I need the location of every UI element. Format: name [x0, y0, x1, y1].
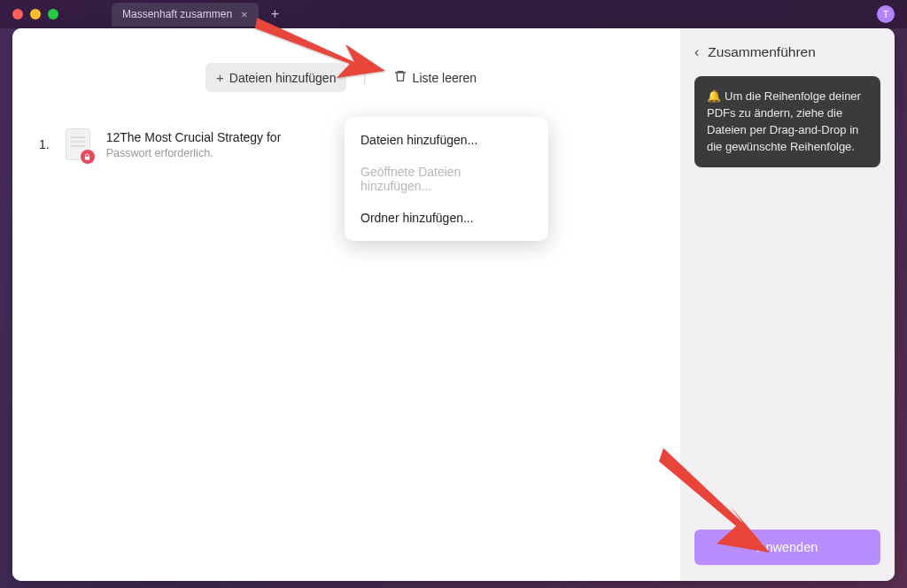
- main-area: + Dateien hinzufügen | Liste leeren Date…: [12, 28, 680, 581]
- add-files-label: Dateien hinzufügen: [229, 71, 337, 85]
- file-index: 1.: [39, 137, 50, 151]
- avatar[interactable]: T: [877, 5, 895, 23]
- plus-icon: +: [216, 70, 224, 85]
- maximize-window-button[interactable]: [48, 9, 58, 19]
- avatar-letter: T: [883, 9, 889, 19]
- clear-list-button[interactable]: Liste leeren: [383, 62, 487, 93]
- titlebar: Massenhaft zusammen × + T: [0, 0, 907, 28]
- bell-icon: 🔔: [707, 89, 721, 103]
- tab-title: Massenhaft zusammen: [122, 8, 232, 20]
- clear-list-label: Liste leeren: [413, 71, 477, 85]
- trash-icon: [393, 69, 407, 86]
- dropdown-add-open-files: Geöffnete Dateien hinzufügen...: [345, 156, 548, 202]
- dropdown-add-files[interactable]: Dateien hinzufügen...: [345, 124, 548, 156]
- apply-label: Anwenden: [757, 540, 818, 554]
- dropdown-add-folder[interactable]: Ordner hinzufügen...: [345, 202, 548, 234]
- tip-box: 🔔Um die Reihenfolge deiner PDFs zu änder…: [694, 76, 880, 167]
- close-window-button[interactable]: [12, 9, 23, 19]
- tip-text: Um die Reihenfolge deiner PDFs zu ändern…: [707, 89, 861, 153]
- file-icon: [66, 128, 90, 160]
- side-panel: ‹ Zusammenführen 🔔Um die Reihenfolge dei…: [680, 28, 895, 581]
- add-files-dropdown: Dateien hinzufügen... Geöffnete Dateien …: [345, 117, 548, 241]
- side-panel-header: ‹ Zusammenführen: [694, 44, 880, 60]
- app-window: + Dateien hinzufügen | Liste leeren Date…: [12, 28, 895, 581]
- window-controls: [12, 9, 58, 19]
- toolbar: + Dateien hinzufügen | Liste leeren: [12, 46, 680, 111]
- tab-current[interactable]: Massenhaft zusammen ×: [112, 3, 259, 27]
- close-tab-icon[interactable]: ×: [241, 8, 248, 21]
- add-tab-button[interactable]: +: [271, 6, 279, 22]
- file-name: 12The Most Crucial Strategy for: [106, 130, 282, 144]
- file-meta: 12The Most Crucial Strategy for Passwort…: [106, 130, 282, 159]
- toolbar-divider: |: [362, 70, 366, 86]
- file-subtext: Passwort erforderlich.: [106, 147, 282, 159]
- lock-icon: [81, 150, 95, 164]
- minimize-window-button[interactable]: [30, 9, 41, 19]
- back-icon[interactable]: ‹: [694, 44, 699, 60]
- side-panel-title: Zusammenführen: [708, 44, 815, 60]
- add-files-button[interactable]: + Dateien hinzufügen: [205, 63, 346, 92]
- apply-button[interactable]: Anwenden: [694, 530, 880, 565]
